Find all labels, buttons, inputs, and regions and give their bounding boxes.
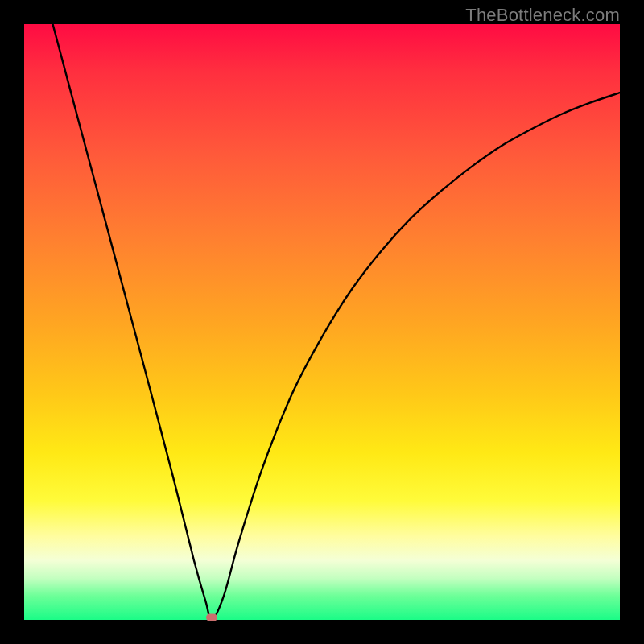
chart-frame: TheBottleneck.com	[0, 0, 644, 644]
plot-area	[24, 24, 620, 620]
watermark-text: TheBottleneck.com	[465, 5, 620, 26]
min-marker	[206, 614, 217, 621]
curve-svg	[24, 24, 620, 620]
bottleneck-curve	[53, 24, 620, 620]
